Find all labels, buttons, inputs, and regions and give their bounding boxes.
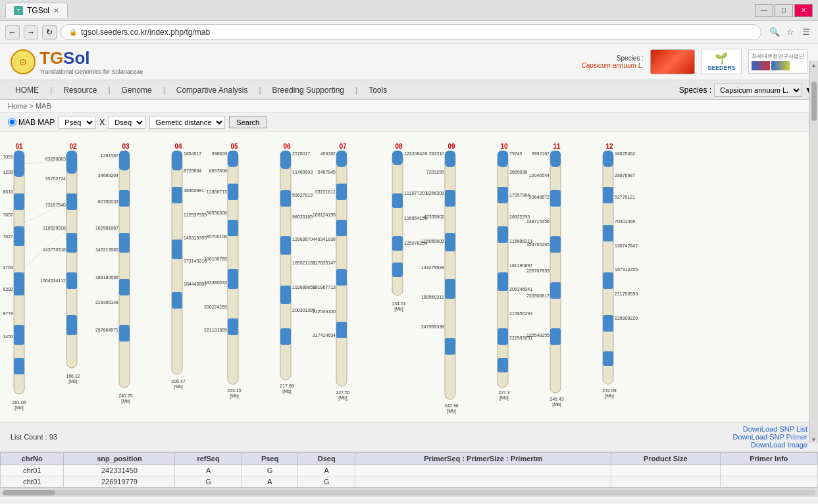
svg-rect-125: [445, 190, 455, 207]
svg-text:167312255: 167312255: [615, 267, 638, 272]
svg-text:247.98: 247.98: [444, 403, 459, 408]
search-button[interactable]: Search: [229, 116, 267, 128]
maximize-btn[interactable]: □: [775, 4, 793, 17]
table-cell: [720, 465, 818, 476]
browser-tab[interactable]: T TGSol ✕: [5, 3, 68, 18]
forward-btn[interactable]: →: [24, 25, 38, 39]
svg-text:8837808: 8837808: [209, 168, 227, 173]
svg-rect-115: [392, 236, 403, 251]
col-product-size: Product Size: [611, 453, 720, 465]
scroll-down-btn[interactable]: ▼: [811, 437, 817, 443]
species-label: Species :: [581, 55, 644, 62]
svg-text:1291587: 1291587: [101, 153, 118, 158]
svg-text:52770121: 52770121: [615, 195, 635, 199]
table-area: List Count : 93 DownLoad SNP List DownLo…: [0, 422, 818, 488]
col-primer-info: Primer Info: [720, 453, 818, 465]
download-snp-primer[interactable]: DownLoad SNP Primer: [732, 433, 807, 441]
svg-text:[Mb]: [Mb]: [230, 393, 239, 399]
svg-rect-82: [280, 236, 291, 255]
svg-text:166.12: 166.12: [66, 374, 80, 378]
table-cell: G: [242, 465, 298, 476]
menu-comparative[interactable]: Compartive Analysis: [166, 82, 258, 98]
svg-rect-83: [280, 286, 291, 304]
table-cell: A: [242, 476, 298, 488]
species-dropdown[interactable]: Capsicum annuum L.: [714, 84, 802, 97]
menu-resource[interactable]: Resource: [53, 82, 107, 98]
table-cell: [611, 476, 720, 488]
svg-rect-48: [172, 151, 182, 374]
dseq-select[interactable]: Dseq: [109, 116, 145, 129]
svg-rect-34: [119, 190, 130, 207]
close-btn[interactable]: ✕: [794, 4, 813, 17]
url-text: tgsol.seeders.co.kr/index.php/tg/mab: [81, 28, 210, 37]
data-table: chrNo snp_position refSeq Pseq Dseq Prim…: [0, 452, 818, 488]
svg-rect-37: [119, 325, 130, 341]
species-info: Species : Capsicum annuum L.: [581, 55, 644, 69]
tab-close-btn[interactable]: ✕: [53, 7, 59, 15]
menu-breeding[interactable]: Breeding Supporting: [263, 82, 354, 98]
logo-tg: TG: [39, 48, 63, 68]
address-bar[interactable]: 🔒 tgsol.seeders.co.kr/index.php/tg/mab: [61, 24, 761, 40]
scroll-thumb-v[interactable]: [811, 82, 817, 121]
svg-text:261.06: 261.06: [12, 400, 26, 405]
svg-text:56530306: 56530306: [207, 211, 227, 215]
menu-icon[interactable]: ☰: [800, 26, 813, 39]
svg-text:17601228: 17601228: [3, 170, 13, 174]
menu-tools[interactable]: Tools: [359, 82, 397, 98]
scroll-up-btn[interactable]: ▲: [811, 63, 817, 68]
svg-rect-67: [228, 318, 238, 335]
svg-text:292310: 292310: [429, 151, 444, 156]
table-cell: A: [175, 465, 242, 476]
tab-favicon: T: [14, 6, 23, 15]
svg-text:12860713: 12860713: [207, 189, 227, 194]
menu-genome[interactable]: Genome: [112, 82, 162, 98]
refresh-btn[interactable]: ↻: [42, 25, 57, 39]
svg-text:17057984: 17057984: [509, 193, 530, 197]
menu-home[interactable]: HOME: [5, 82, 49, 98]
mab-radio-btn[interactable]: [8, 118, 16, 126]
mab-radio-label: MAB MAP: [8, 118, 55, 127]
svg-text:219396148: 219396148: [95, 300, 118, 305]
bookmark-icon[interactable]: ☆: [784, 26, 797, 39]
minimize-btn[interactable]: —: [755, 4, 773, 17]
svg-text:12046544: 12046544: [529, 173, 550, 178]
svg-text:215856292: 215856292: [509, 311, 532, 316]
scroll-thumb[interactable]: [3, 490, 55, 495]
svg-text:70401068: 70401068: [615, 219, 635, 224]
chr11-label: 11: [553, 143, 561, 150]
chr04-label: 04: [174, 143, 182, 150]
search-icon[interactable]: 🔍: [768, 26, 781, 39]
bottom-scrollbar[interactable]: [0, 488, 818, 497]
svg-text:196423764: 196423764: [3, 265, 13, 270]
chr08-label: 08: [395, 143, 403, 150]
svg-rect-50: [172, 187, 182, 203]
download-snp-list[interactable]: DownLoad SNP List: [732, 425, 807, 433]
chr06-label: 06: [283, 143, 291, 150]
svg-rect-141: [498, 187, 508, 203]
svg-text:188180696: 188180696: [95, 275, 118, 280]
svg-text:[Mb]: [Mb]: [174, 384, 183, 390]
distance-select[interactable]: Gemetic distance: [149, 116, 225, 129]
svg-text:297864971: 297864971: [95, 328, 118, 332]
back-btn[interactable]: ←: [5, 25, 20, 39]
svg-rect-173: [603, 151, 613, 384]
svg-text:181867713: 181867713: [313, 285, 336, 290]
table-cell: [611, 465, 720, 476]
svg-text:227.55: 227.55: [336, 390, 350, 395]
svg-text:226909220: 226909220: [615, 316, 638, 320]
svg-text:133380633: 133380633: [204, 280, 227, 285]
right-scrollbar[interactable]: ▲ ▼: [809, 61, 818, 443]
svg-text:93648672: 93648672: [529, 195, 550, 199]
pseq-select[interactable]: Pseq: [59, 116, 95, 129]
svg-rect-124: [445, 151, 455, 167]
species-name: Capsicum annuum L.: [581, 62, 644, 69]
svg-text:148715456: 148715456: [526, 219, 550, 224]
svg-rect-159: [550, 190, 561, 207]
svg-text:112217627: 112217627: [3, 234, 13, 239]
svg-text:232.09: 232.09: [602, 388, 617, 393]
col-snp-position: snp_position: [64, 453, 175, 465]
list-count: List Count : 93: [11, 433, 57, 441]
svg-text:79745: 79745: [509, 151, 523, 156]
download-image[interactable]: DownLoad Image: [732, 441, 807, 449]
svg-text:3665036: 3665036: [509, 170, 527, 174]
